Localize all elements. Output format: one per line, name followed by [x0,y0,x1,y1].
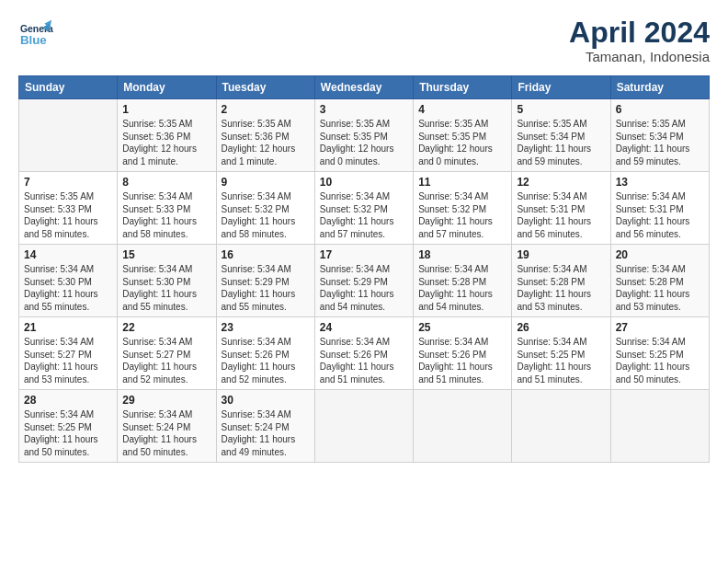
day-number: 25 [418,321,506,334]
day-info: Sunrise: 5:34 AMSunset: 5:30 PMDaylight:… [122,263,210,313]
day-info: Sunrise: 5:34 AMSunset: 5:28 PMDaylight:… [517,263,605,313]
weekday-header-friday: Friday [512,76,610,99]
day-info: Sunrise: 5:34 AMSunset: 5:29 PMDaylight:… [320,263,408,313]
day-info: Sunrise: 5:34 AMSunset: 5:33 PMDaylight:… [122,190,210,240]
week-row-5: 28Sunrise: 5:34 AMSunset: 5:25 PMDayligh… [19,390,710,463]
day-info: Sunrise: 5:35 AMSunset: 5:36 PMDaylight:… [122,118,210,167]
weekday-header-tuesday: Tuesday [216,76,314,99]
day-number: 7 [24,176,112,189]
week-row-2: 7Sunrise: 5:35 AMSunset: 5:33 PMDaylight… [19,172,710,245]
day-number: 4 [418,103,506,116]
calendar-cell: 2Sunrise: 5:35 AMSunset: 5:36 PMDaylight… [216,99,314,172]
calendar-cell: 8Sunrise: 5:34 AMSunset: 5:33 PMDaylight… [118,172,216,245]
day-info: Sunrise: 5:34 AMSunset: 5:27 PMDaylight:… [122,336,210,385]
header: General Blue April 2024 Tamanan, Indones… [18,17,710,64]
week-row-1: 1Sunrise: 5:35 AMSunset: 5:36 PMDaylight… [19,99,710,172]
weekday-header-monday: Monday [118,76,216,99]
day-info: Sunrise: 5:34 AMSunset: 5:31 PMDaylight:… [616,190,704,240]
calendar-cell: 29Sunrise: 5:34 AMSunset: 5:24 PMDayligh… [118,390,216,463]
calendar-cell: 24Sunrise: 5:34 AMSunset: 5:26 PMDayligh… [314,317,413,390]
day-info: Sunrise: 5:34 AMSunset: 5:25 PMDaylight:… [24,408,112,458]
day-number: 16 [222,248,310,261]
weekday-header-thursday: Thursday [414,76,512,99]
day-number: 6 [616,103,704,116]
day-number: 11 [418,176,506,189]
day-info: Sunrise: 5:35 AMSunset: 5:34 PMDaylight:… [616,118,704,167]
calendar-cell: 18Sunrise: 5:34 AMSunset: 5:28 PMDayligh… [414,245,512,317]
calendar-cell: 10Sunrise: 5:34 AMSunset: 5:32 PMDayligh… [314,172,413,245]
day-info: Sunrise: 5:34 AMSunset: 5:26 PMDaylight:… [320,336,408,385]
calendar-cell: 30Sunrise: 5:34 AMSunset: 5:24 PMDayligh… [216,390,314,463]
day-number: 17 [320,248,408,261]
day-number: 19 [517,248,605,261]
calendar-table: SundayMondayTuesdayWednesdayThursdayFrid… [18,75,710,463]
calendar-cell: 12Sunrise: 5:34 AMSunset: 5:31 PMDayligh… [512,172,610,245]
day-info: Sunrise: 5:34 AMSunset: 5:31 PMDaylight:… [517,190,605,240]
week-row-3: 14Sunrise: 5:34 AMSunset: 5:30 PMDayligh… [19,245,710,317]
day-number: 22 [122,321,210,334]
page: General Blue April 2024 Tamanan, Indones… [0,0,728,563]
day-number: 2 [222,103,310,116]
weekday-header-row: SundayMondayTuesdayWednesdayThursdayFrid… [19,76,710,99]
calendar-cell: 19Sunrise: 5:34 AMSunset: 5:28 PMDayligh… [512,245,610,317]
day-number: 21 [24,321,112,334]
calendar-subtitle: Tamanan, Indonesia [569,49,710,64]
calendar-cell: 22Sunrise: 5:34 AMSunset: 5:27 PMDayligh… [118,317,216,390]
day-info: Sunrise: 5:34 AMSunset: 5:29 PMDaylight:… [222,263,310,313]
day-number: 8 [122,176,210,189]
day-number: 15 [122,248,210,261]
calendar-cell [314,390,413,463]
calendar-cell: 20Sunrise: 5:34 AMSunset: 5:28 PMDayligh… [610,245,709,317]
calendar-cell: 5Sunrise: 5:35 AMSunset: 5:34 PMDaylight… [512,99,610,172]
day-number: 26 [517,321,605,334]
day-number: 24 [320,321,408,334]
day-info: Sunrise: 5:34 AMSunset: 5:24 PMDaylight:… [222,408,310,458]
day-number: 30 [222,394,310,407]
calendar-cell: 15Sunrise: 5:34 AMSunset: 5:30 PMDayligh… [118,245,216,317]
day-number: 27 [616,321,704,334]
day-number: 28 [24,394,112,407]
calendar-cell: 7Sunrise: 5:35 AMSunset: 5:33 PMDaylight… [19,172,118,245]
calendar-body: 1Sunrise: 5:35 AMSunset: 5:36 PMDaylight… [19,99,710,463]
day-number: 1 [122,103,210,116]
day-info: Sunrise: 5:34 AMSunset: 5:28 PMDaylight:… [616,263,704,313]
day-info: Sunrise: 5:35 AMSunset: 5:33 PMDaylight:… [24,190,112,240]
calendar-cell: 26Sunrise: 5:34 AMSunset: 5:25 PMDayligh… [512,317,610,390]
calendar-title: April 2024 [569,17,710,49]
day-number: 23 [222,321,310,334]
day-info: Sunrise: 5:34 AMSunset: 5:32 PMDaylight:… [222,190,310,240]
logo: General Blue [18,17,53,52]
day-number: 10 [320,176,408,189]
weekday-header-wednesday: Wednesday [314,76,413,99]
day-info: Sunrise: 5:35 AMSunset: 5:35 PMDaylight:… [320,118,408,167]
day-info: Sunrise: 5:34 AMSunset: 5:32 PMDaylight:… [320,190,408,240]
calendar-cell [610,390,709,463]
day-info: Sunrise: 5:34 AMSunset: 5:27 PMDaylight:… [24,336,112,385]
svg-text:Blue: Blue [20,33,47,47]
calendar-cell: 3Sunrise: 5:35 AMSunset: 5:35 PMDaylight… [314,99,413,172]
calendar-cell: 21Sunrise: 5:34 AMSunset: 5:27 PMDayligh… [19,317,118,390]
calendar-cell: 25Sunrise: 5:34 AMSunset: 5:26 PMDayligh… [414,317,512,390]
calendar-cell: 6Sunrise: 5:35 AMSunset: 5:34 PMDaylight… [610,99,709,172]
day-info: Sunrise: 5:35 AMSunset: 5:35 PMDaylight:… [418,118,506,167]
calendar-cell: 23Sunrise: 5:34 AMSunset: 5:26 PMDayligh… [216,317,314,390]
day-info: Sunrise: 5:35 AMSunset: 5:36 PMDaylight:… [222,118,310,167]
day-info: Sunrise: 5:34 AMSunset: 5:28 PMDaylight:… [418,263,506,313]
day-number: 18 [418,248,506,261]
calendar-cell [512,390,610,463]
calendar-cell: 9Sunrise: 5:34 AMSunset: 5:32 PMDaylight… [216,172,314,245]
day-number: 12 [517,176,605,189]
title-block: April 2024 Tamanan, Indonesia [569,17,710,64]
day-info: Sunrise: 5:35 AMSunset: 5:34 PMDaylight:… [517,118,605,167]
day-info: Sunrise: 5:34 AMSunset: 5:25 PMDaylight:… [616,336,704,385]
day-number: 3 [320,103,408,116]
day-info: Sunrise: 5:34 AMSunset: 5:32 PMDaylight:… [418,190,506,240]
calendar-cell: 14Sunrise: 5:34 AMSunset: 5:30 PMDayligh… [19,245,118,317]
calendar-cell: 4Sunrise: 5:35 AMSunset: 5:35 PMDaylight… [414,99,512,172]
day-number: 13 [616,176,704,189]
calendar-cell [19,99,118,172]
day-info: Sunrise: 5:34 AMSunset: 5:25 PMDaylight:… [517,336,605,385]
calendar-cell: 1Sunrise: 5:35 AMSunset: 5:36 PMDaylight… [118,99,216,172]
day-number: 20 [616,248,704,261]
calendar-cell [414,390,512,463]
